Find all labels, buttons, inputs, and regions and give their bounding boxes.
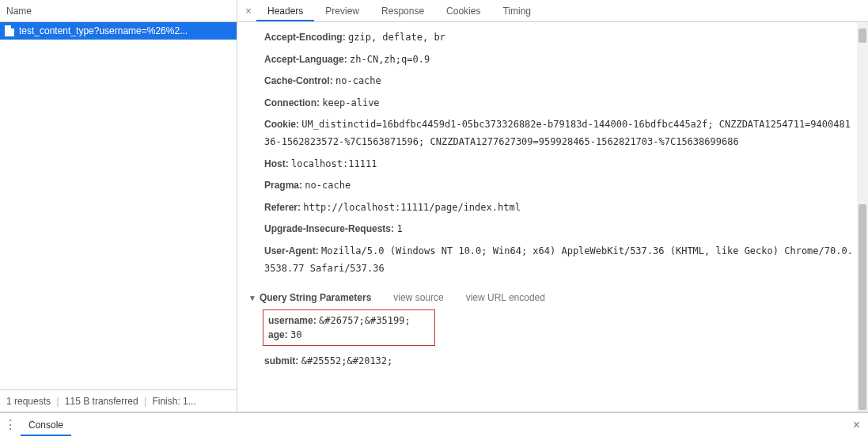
header-row: Accept-Language: zh-CN,zh;q=0.9: [248, 49, 857, 71]
tab-timing[interactable]: Timing: [491, 0, 542, 21]
status-separator: |: [141, 396, 150, 407]
param-value: &#26757;&#35199;: [319, 315, 411, 326]
header-value: UM_distinctid=16bdfbc4459d1-05bc37332688…: [264, 119, 851, 147]
header-value: no-cache: [305, 180, 351, 191]
header-row: Accept-Encoding: gzip, deflate, br: [248, 27, 857, 49]
header-name: Pragma:: [264, 180, 305, 191]
header-value: zh-CN,zh;q=0.9: [350, 54, 430, 65]
header-row: Pragma: no-cache: [248, 175, 857, 197]
header-row: Host: localhost:11111: [248, 154, 857, 176]
request-name: test_content_type?username=%26%2...: [19, 25, 188, 36]
header-name: Cache-Control:: [264, 75, 335, 86]
view-source-link[interactable]: view source: [393, 292, 443, 303]
network-sidebar: Name test_content_type?username=%26%2...…: [0, 0, 237, 412]
header-row: Cookie: UM_distinctid=16bdfbc4459d1-05bc…: [248, 114, 857, 153]
header-value: gzip, deflate, br: [348, 32, 445, 43]
tab-preview[interactable]: Preview: [314, 0, 370, 21]
param-value: 30: [290, 329, 301, 340]
param-name: username:: [268, 315, 316, 326]
request-headers-list: Accept-Encoding: gzip, deflate, brAccept…: [248, 27, 857, 279]
header-name: Accept-Encoding:: [264, 32, 348, 43]
header-row: Referer: http://localhost:11111/page/ind…: [248, 197, 857, 219]
tab-cookies[interactable]: Cookies: [435, 0, 491, 21]
header-value: http://localhost:11111/page/index.html: [303, 202, 521, 213]
headers-content: Accept-Encoding: gzip, deflate, brAccept…: [237, 22, 868, 412]
status-transferred: 115 B transferred: [65, 396, 138, 407]
request-list: test_content_type?username=%26%2...: [0, 22, 237, 389]
qsp-param: submit: &#25552;&#20132;: [248, 351, 857, 373]
status-finish: Finish: 1...: [152, 396, 195, 407]
tab-headers[interactable]: Headers: [256, 0, 314, 21]
close-icon[interactable]: ×: [853, 418, 860, 432]
disclosure-triangle-icon: ▼: [248, 294, 256, 302]
details-panel: × Headers Preview Response Cookies Timin…: [237, 0, 868, 412]
file-icon: [5, 25, 14, 36]
header-name: Cookie:: [264, 119, 301, 130]
details-tabs: × Headers Preview Response Cookies Timin…: [237, 0, 868, 22]
qsp-param: username: &#26757;&#35199;: [268, 313, 430, 328]
header-value: 1: [396, 223, 402, 234]
param-value: &#25552;&#20132;: [301, 355, 393, 366]
header-value: keep-alive: [322, 97, 379, 108]
sidebar-header-name: Name: [0, 0, 237, 22]
param-name: submit:: [264, 355, 298, 366]
view-url-encoded-link[interactable]: view URL encoded: [466, 292, 545, 303]
scroll-thumb[interactable]: [859, 204, 866, 410]
header-name: Upgrade-Insecure-Requests:: [264, 223, 396, 234]
header-value: localhost:11111: [291, 158, 377, 169]
header-name: User-Agent:: [264, 245, 321, 256]
header-name: Referer:: [264, 202, 303, 213]
console-tab[interactable]: Console: [21, 413, 71, 436]
qsp-section-header: ▼ Query String Parameters view source vi…: [248, 284, 857, 308]
param-name: age:: [268, 329, 288, 340]
qsp-title[interactable]: ▼ Query String Parameters: [248, 292, 371, 303]
header-name: Connection:: [264, 97, 322, 108]
close-icon[interactable]: ×: [241, 5, 256, 17]
header-row: Cache-Control: no-cache: [248, 70, 857, 93]
header-name: Accept-Language:: [264, 54, 350, 65]
scroll-thumb[interactable]: [859, 28, 866, 43]
header-value: no-cache: [335, 75, 381, 86]
status-separator: |: [53, 396, 62, 407]
header-row: User-Agent: Mozilla/5.0 (Windows NT 10.0…: [248, 241, 857, 279]
header-row: Connection: keep-alive: [248, 93, 857, 115]
vertical-scrollbar[interactable]: [857, 22, 868, 412]
status-requests: 1 requests: [6, 396, 51, 407]
request-row[interactable]: test_content_type?username=%26%2...: [0, 22, 237, 40]
tab-response[interactable]: Response: [370, 0, 435, 21]
console-drawer: ⋮ Console ×: [0, 412, 868, 436]
network-status-bar: 1 requests | 115 B transferred | Finish:…: [0, 389, 237, 412]
header-name: Host:: [264, 158, 291, 169]
qsp-param: age: 30: [268, 328, 430, 342]
header-row: Upgrade-Insecure-Requests: 1: [248, 218, 857, 241]
kebab-menu-icon[interactable]: ⋮: [0, 417, 21, 432]
header-value: Mozilla/5.0 (Windows NT 10.0; Win64; x64…: [264, 245, 853, 274]
qsp-highlight-box: username: &#26757;&#35199; age: 30: [263, 309, 435, 346]
